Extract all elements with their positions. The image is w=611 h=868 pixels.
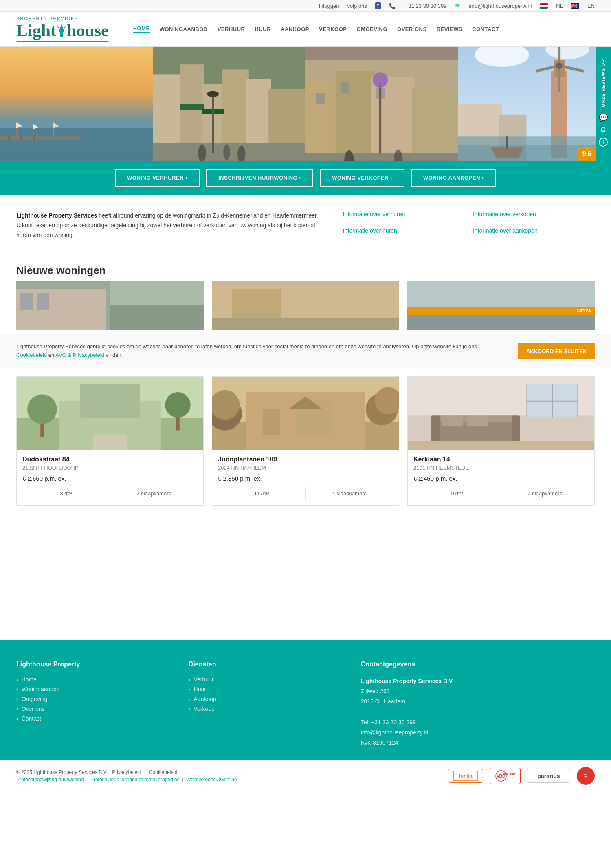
svg-point-31 (223, 144, 230, 160)
footer-address2: 2015 CL Haarlem (361, 698, 405, 705)
property-city-1: 2132 HT HOOFDDORP (22, 465, 198, 471)
lang-en[interactable]: EN (587, 3, 595, 9)
svg-point-34 (207, 91, 219, 97)
svg-rect-40 (412, 88, 458, 161)
logo-house: house (67, 21, 109, 40)
footer-protocol-huur[interactable]: Protocol toewijzing huurwoning (16, 777, 84, 782)
footer-link-home[interactable]: Home (16, 676, 37, 683)
svg-rect-17 (8, 134, 10, 141)
email-icon: ✉ (455, 3, 459, 9)
footer-dienst-aankoop[interactable]: Aankoop (189, 696, 216, 702)
footer-protocol-rental[interactable]: Protocol for allocation of rental proper… (90, 777, 180, 782)
svg-rect-19 (33, 134, 35, 141)
svg-point-82 (27, 394, 57, 424)
footer-email: info@lighthouseproperty.nl (361, 729, 429, 736)
logo-light: Light (16, 21, 56, 40)
svg-rect-80 (80, 384, 140, 418)
google-icon: G (601, 126, 606, 134)
property-bedrooms-1: 2 slaapkamers (110, 487, 198, 500)
svg-rect-93 (263, 409, 280, 435)
hero-photo-2 (153, 47, 306, 161)
footer-privacy-link[interactable]: Privacybeleid (112, 769, 141, 775)
lang-nl[interactable]: NL (556, 3, 563, 9)
cta-verkopen[interactable]: WONING VERKOPEN › (320, 169, 404, 187)
footer-col1-links: Home Woningaanbod Omgeving Over ons Cont… (16, 676, 172, 722)
svg-rect-81 (93, 435, 127, 450)
svg-rect-9 (0, 128, 153, 161)
phone-icon: 📞 (389, 3, 396, 9)
info-icon: i (599, 138, 608, 147)
cta-verhuren[interactable]: WONING VERHUREN › (115, 169, 200, 187)
footer-col-3: Contactgegevens Lighthouse Property Serv… (361, 661, 595, 748)
footer-col-1: Lighthouse Property Home Woningaanbod Om… (16, 661, 172, 748)
svg-rect-1 (59, 29, 64, 32)
property-meta-3: 97m² 2 slaapkamers (413, 487, 589, 500)
footer-col-2: Diensten Verhuur Huur Aankoop Verkoop (189, 661, 345, 748)
property-card-2[interactable]: Junoplantsoen 109 2024 RN HAARLEM € 2.85… (212, 376, 399, 506)
footer-dienst-verkoop[interactable]: Verkoop (189, 705, 215, 712)
link-huren[interactable]: Informatie over huren (343, 227, 465, 240)
svg-rect-104 (408, 441, 594, 450)
cta-inschrijven[interactable]: INSCHRIJVEN HUURWONING › (206, 169, 313, 187)
speech-bubble-icon: 💬 (599, 113, 608, 122)
cookie-policy-link[interactable]: Cookiebeleid (16, 352, 47, 358)
footer-website-link[interactable]: Website door OGonline (186, 777, 237, 782)
nav-verhuur[interactable]: VERHUUR (218, 26, 245, 32)
nav-woningaanbod[interactable]: WONINGAANBOD (160, 26, 208, 32)
property-size-3: 97m² (413, 487, 501, 500)
nav-huur[interactable]: HUUR (255, 26, 271, 32)
facebook-icon[interactable]: f (375, 2, 381, 9)
properties-grid: Dudokstraat 84 2132 HT HOOFDDORP € 2.650… (0, 372, 611, 518)
property-name-2: Junoplantsoen 109 (218, 456, 393, 463)
content-spacer (0, 518, 611, 640)
cta-aankopen[interactable]: WONING AANKOPEN › (411, 169, 496, 187)
link-aankopen[interactable]: Informatie over aankopen (473, 227, 595, 240)
property-city-2: 2024 RN HAARLEM (218, 465, 393, 471)
footer-cookie-link[interactable]: Cookiebeleid (149, 769, 177, 775)
footer-dienst-verhuur[interactable]: Verhuur (189, 676, 214, 683)
svg-text:funda: funda (459, 773, 473, 779)
link-verhuren[interactable]: Informatie over verhuren (343, 211, 465, 224)
property-card-1[interactable]: Dudokstraat 84 2132 HT HOOFDDORP € 2.650… (16, 376, 204, 506)
nav-reviews[interactable]: REVIEWS (437, 26, 462, 32)
login-link[interactable]: Inloggen (319, 3, 339, 9)
privacy-policy-link[interactable]: AVG & Privacybeleid (55, 352, 104, 358)
footer-link-woningaanbod[interactable]: Woningaanbod (16, 686, 60, 692)
email-link[interactable]: info@lighthouseproperty.nl (469, 3, 532, 9)
cookie-text: Lighthouse Property Services gebruikt co… (16, 343, 506, 360)
svg-rect-64 (506, 136, 508, 148)
nav-over-ons[interactable]: OVER ONS (397, 26, 427, 32)
property-bedrooms-3: 2 slaapkamers (501, 487, 589, 500)
footer-link-omgeving[interactable]: Omgeving (16, 696, 47, 702)
nav-aankoop[interactable]: AANKOOP (281, 26, 309, 32)
nav-contact[interactable]: CONTACT (472, 26, 499, 32)
header: PROPERTY SERVICES Light house (0, 12, 611, 47)
nav-omgeving[interactable]: OMGEVING (357, 26, 388, 32)
nav-verkoop[interactable]: VERKOOP (319, 26, 347, 32)
hero-photo-3 (306, 47, 458, 161)
svg-rect-110 (552, 384, 553, 418)
svg-rect-83 (40, 424, 44, 437)
reviews-sidebar: ONZE REVIEWS OP 💬 G i (596, 47, 611, 161)
link-verkopen[interactable]: Informatie over verkopen (473, 211, 595, 224)
logo[interactable]: PROPERTY SERVICES Light house (16, 16, 109, 42)
svg-rect-27 (180, 104, 204, 110)
svg-rect-69 (20, 293, 33, 310)
svg-text:OK: OK (585, 776, 588, 778)
svg-rect-85 (176, 418, 179, 430)
svg-rect-100 (431, 415, 440, 443)
property-image-3 (408, 377, 594, 450)
footer-link-contact[interactable]: Contact (16, 715, 41, 722)
phone-link[interactable]: +31 23 30 30 399 (405, 3, 447, 9)
property-card-3[interactable]: Kerklaan 14 2101 HN HEEMSTEDE € 2.450 p.… (407, 376, 595, 506)
property-price-1: € 2.650 p.m. ex. (22, 475, 198, 482)
nav-home[interactable]: HOME (133, 25, 150, 33)
svg-rect-33 (212, 94, 214, 153)
footer-dienst-huur[interactable]: Huur (189, 686, 206, 692)
svg-rect-41 (316, 93, 325, 104)
footer-link-over-ons[interactable]: Over ons (16, 705, 44, 712)
vbo-logo: VBO makelaar (495, 770, 515, 782)
lighthouse-icon (57, 24, 66, 37)
cookie-accept-button[interactable]: AKKOORD EN SLUITEN (518, 343, 595, 359)
hero-section: ONZE REVIEWS OP 💬 G i 9.6 (0, 47, 611, 161)
